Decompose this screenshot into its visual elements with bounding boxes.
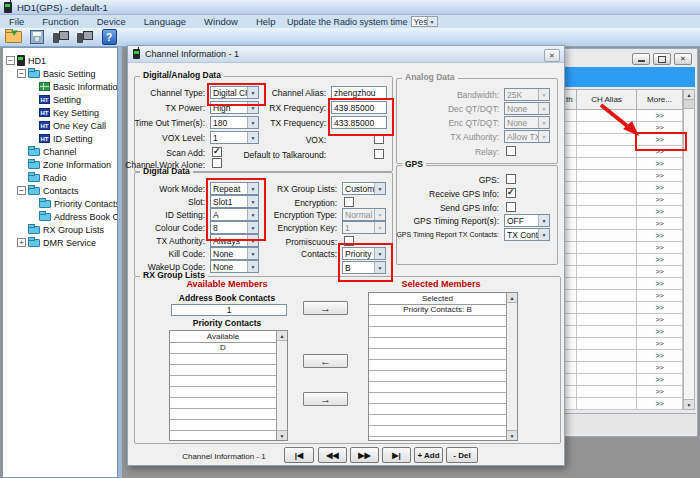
table-row[interactable]: >> [564, 266, 683, 278]
table-cell[interactable] [577, 194, 637, 206]
gps-checkbox[interactable] [506, 174, 516, 184]
table-row[interactable]: >> [564, 314, 683, 326]
more-button[interactable]: >> [637, 386, 683, 398]
table-cell[interactable] [564, 158, 577, 170]
table-row[interactable]: >> [564, 350, 683, 362]
tree-item-dmr-service[interactable]: +DMR Service [3, 236, 117, 249]
table-cell[interactable] [577, 338, 637, 350]
wakeup-code-select[interactable]: None [210, 260, 259, 273]
more-button[interactable]: >> [637, 350, 683, 362]
table-row[interactable]: >> [564, 194, 683, 206]
table-row[interactable]: >> [564, 182, 683, 194]
list-row[interactable] [170, 365, 276, 376]
table-cell[interactable] [577, 230, 637, 242]
send-gps-info-checkbox[interactable] [506, 202, 516, 212]
tree-item-radio[interactable]: Radio [3, 171, 117, 184]
more-button[interactable]: >> [637, 374, 683, 386]
last-record-button[interactable]: ▶| [382, 447, 411, 463]
more-button[interactable]: >> [637, 182, 683, 194]
list-row[interactable] [369, 393, 506, 404]
more-button[interactable]: >> [637, 158, 683, 170]
table-row[interactable]: >> [564, 374, 683, 386]
id-setting-select[interactable]: A [210, 208, 259, 221]
more-button[interactable]: >> [637, 302, 683, 314]
tree-item-contacts[interactable]: −Contacts [3, 184, 117, 197]
table-cell[interactable] [577, 350, 637, 362]
table-cell[interactable] [577, 398, 637, 410]
table-scrollbar[interactable] [683, 89, 695, 410]
available-list-scrollbar[interactable] [276, 331, 287, 440]
table-cell[interactable] [564, 218, 577, 230]
tree-item-setting[interactable]: HTSetting [3, 93, 117, 106]
list-row[interactable] [170, 420, 276, 431]
column-header-partial[interactable]: th [564, 89, 577, 110]
expand-icon[interactable]: + [17, 238, 26, 247]
selected-list-scrollbar[interactable] [506, 293, 517, 440]
more-button[interactable]: >> [637, 242, 683, 254]
table-cell[interactable] [564, 278, 577, 290]
available-list[interactable]: Available D [169, 330, 288, 441]
tx-authority-select[interactable]: Always [210, 234, 259, 247]
table-cell[interactable] [564, 194, 577, 206]
table-row[interactable]: >> [564, 230, 683, 242]
table-cell[interactable] [564, 338, 577, 350]
restore-icon[interactable] [653, 53, 671, 65]
tree-item-one-key-call[interactable]: HTOne Key Call [3, 119, 117, 132]
address-book-contacts-input[interactable]: 1 [171, 304, 287, 316]
table-row[interactable]: >> [564, 242, 683, 254]
next-record-button[interactable]: ▶▶ [350, 447, 379, 463]
more-button[interactable]: >> [637, 170, 683, 182]
table-cell[interactable] [564, 230, 577, 242]
table-row[interactable]: >> [564, 158, 683, 170]
list-row[interactable] [369, 426, 506, 437]
table-cell[interactable] [564, 242, 577, 254]
table-cell[interactable] [564, 146, 577, 158]
table-cell[interactable] [564, 302, 577, 314]
tree-item-priority-contacts[interactable]: Priority Contacts [3, 197, 117, 210]
contacts-member-select[interactable]: B [342, 261, 386, 274]
tree-item-zone-information[interactable]: Zone Information [3, 158, 117, 171]
table-cell[interactable] [577, 206, 637, 218]
table-cell[interactable] [577, 278, 637, 290]
menu-item-function[interactable]: Function [33, 15, 87, 28]
table-cell[interactable] [577, 242, 637, 254]
table-cell[interactable] [564, 254, 577, 266]
channel-alias-input[interactable]: zhengzhou [331, 86, 387, 99]
scroll-down-icon[interactable] [277, 430, 287, 440]
table-row[interactable]: >> [564, 338, 683, 350]
tx-power-select[interactable]: High [210, 101, 259, 114]
system-time-select[interactable]: Yes [411, 16, 438, 27]
list-row[interactable] [369, 415, 506, 426]
more-button[interactable]: >> [637, 338, 683, 350]
more-button[interactable]: >> [637, 326, 683, 338]
table-row[interactable]: >> [564, 254, 683, 266]
table-cell[interactable] [577, 266, 637, 278]
table-cell[interactable] [577, 386, 637, 398]
time-out-timer-select[interactable]: 180 [210, 116, 259, 129]
scroll-up-icon[interactable] [684, 90, 694, 100]
channel-type-select[interactable]: Digital CH [210, 86, 259, 99]
more-button[interactable]: >> [637, 218, 683, 230]
table-cell[interactable] [577, 254, 637, 266]
table-cell[interactable] [577, 314, 637, 326]
move-right-button-2[interactable]: → [303, 392, 348, 406]
table-cell[interactable] [564, 134, 577, 146]
table-row[interactable]: >> [564, 146, 683, 158]
panel-splitter[interactable] [118, 47, 122, 478]
table-row[interactable]: >> [564, 326, 683, 338]
add-channel-button[interactable]: + Add [414, 447, 443, 463]
table-row[interactable]: >> [564, 218, 683, 230]
tx-frequency-input[interactable]: 433.85000 [331, 116, 387, 129]
list-row[interactable]: D [170, 343, 276, 354]
table-cell[interactable] [564, 398, 577, 410]
first-record-button[interactable]: |◀ [284, 447, 314, 463]
tree-item-id-setting[interactable]: HTID Setting [3, 132, 117, 145]
table-cell[interactable] [564, 122, 577, 134]
more-button[interactable]: >> [637, 314, 683, 326]
kill-code-select[interactable]: None [210, 247, 259, 260]
list-row[interactable] [170, 376, 276, 387]
tree-item-channel[interactable]: Channel [3, 145, 117, 158]
scroll-down-icon[interactable] [507, 430, 517, 440]
selected-list[interactable]: Selected Priority Contacts: B [368, 292, 518, 441]
move-right-button[interactable]: → [303, 301, 348, 315]
